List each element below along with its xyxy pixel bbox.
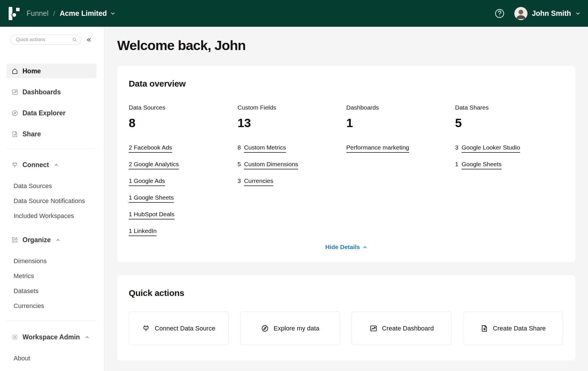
sidebar-divider bbox=[7, 320, 96, 321]
chevron-up-icon bbox=[85, 335, 89, 339]
overview-link-row: 2 Google Analytics bbox=[129, 160, 238, 169]
sidebar-item-included-workspaces[interactable]: Included Workspaces bbox=[0, 209, 104, 223]
quick-action-label: Connect Data Source bbox=[155, 325, 215, 332]
overview-link-list: 8Custom Metrics 5Custom Dimensions 3Curr… bbox=[238, 144, 346, 186]
quick-actions-title: Quick actions bbox=[129, 288, 564, 298]
overview-column-value: 5 bbox=[455, 116, 564, 130]
sidebar-item-label: Share bbox=[22, 130, 41, 138]
overview-column-data-shares: Data Shares 5 3Google Looker Studio 1Goo… bbox=[455, 104, 564, 244]
share-icon bbox=[11, 131, 18, 138]
sidebar-item-share[interactable]: Share bbox=[7, 127, 96, 141]
overview-columns: Data Sources 8 2 Facebook Ads 2 Google A… bbox=[129, 104, 564, 244]
sidebar-item-about[interactable]: About bbox=[0, 351, 104, 366]
overview-link-google-looker-studio[interactable]: 3Google Looker Studio bbox=[455, 144, 520, 153]
overview-column-label: Dashboards bbox=[346, 104, 455, 111]
user-menu[interactable]: John Smith bbox=[514, 7, 581, 20]
sidebar-item-currencies[interactable]: Currencies bbox=[0, 299, 104, 313]
sidebar-sublist: Data SourcesData Source NotificationsInc… bbox=[0, 179, 104, 223]
connect-data-source-button[interactable]: Connect Data Source bbox=[129, 311, 229, 345]
sidebar-item-data-sources[interactable]: Data Sources bbox=[0, 179, 104, 194]
sidebar: « Home Dashboards Data Explorer Share Co… bbox=[0, 27, 104, 371]
overview-link-row: 3Google Looker Studio bbox=[455, 144, 564, 153]
overview-link-text: Google Sheets bbox=[462, 160, 502, 169]
home-icon bbox=[11, 68, 18, 75]
overview-link-row: 1Google Sheets bbox=[455, 160, 564, 169]
sidebar-collapse-button[interactable]: « bbox=[86, 36, 91, 44]
overview-link-row: 5Custom Dimensions bbox=[238, 160, 346, 169]
sidebar-item-label: Organize bbox=[22, 236, 51, 244]
overview-link-text: 1 Google Sheets bbox=[129, 194, 174, 203]
quick-action-label: Create Data Share bbox=[493, 325, 546, 332]
sidebar-item-label: Home bbox=[22, 67, 41, 75]
quick-action-label: Create Dashboard bbox=[382, 325, 434, 332]
quick-actions-card: Quick actions Connect Data Source Explor… bbox=[117, 275, 575, 360]
app-shell: « Home Dashboards Data Explorer Share Co… bbox=[0, 27, 588, 371]
sidebar-item-users[interactable]: Users bbox=[0, 366, 104, 371]
sidebar-item-label: Connect bbox=[22, 161, 49, 169]
sidebar-item-dimensions[interactable]: Dimensions bbox=[0, 254, 104, 269]
dashboards-icon bbox=[11, 89, 18, 96]
gear-icon bbox=[11, 334, 18, 341]
sidebar-section-organize[interactable]: Organize bbox=[7, 233, 96, 247]
overview-link-currencies[interactable]: 3Currencies bbox=[238, 177, 273, 186]
workspace-switcher[interactable]: Acme Limited bbox=[60, 9, 115, 18]
overview-link-1-google-ads[interactable]: 1 Google Ads bbox=[129, 177, 165, 186]
chevron-down-icon bbox=[575, 11, 581, 16]
overview-link-custom-metrics[interactable]: 8Custom Metrics bbox=[238, 144, 286, 153]
overview-link-custom-dimensions[interactable]: 5Custom Dimensions bbox=[238, 160, 298, 169]
overview-link-text: Custom Metrics bbox=[244, 144, 286, 153]
breadcrumb: Funnel / Acme Limited bbox=[26, 9, 115, 18]
sidebar-nav: Home Dashboards Data Explorer Share Conn… bbox=[0, 64, 104, 371]
overview-link-row: 1 HubSpot Deals bbox=[129, 210, 238, 219]
sidebar-item-home[interactable]: Home bbox=[7, 64, 96, 78]
chevron-up-icon bbox=[56, 238, 60, 242]
overview-link-row: 1 Google Ads bbox=[129, 177, 238, 186]
search-input[interactable] bbox=[15, 37, 72, 43]
overview-link-2-facebook-ads[interactable]: 2 Facebook Ads bbox=[129, 144, 172, 153]
sidebar-section-workspace-admin[interactable]: Workspace Admin bbox=[7, 330, 96, 344]
overview-link-text: Currencies bbox=[244, 177, 273, 186]
overview-link-list: 2 Facebook Ads 2 Google Analytics 1 Goog… bbox=[129, 144, 238, 236]
overview-link-count: 8 bbox=[238, 144, 241, 151]
sidebar-item-data-source-notifications[interactable]: Data Source Notifications bbox=[0, 194, 104, 209]
sidebar-section-connect[interactable]: Connect bbox=[7, 158, 96, 172]
sidebar-item-label: Workspace Admin bbox=[22, 333, 80, 341]
overview-link-google-sheets[interactable]: 1Google Sheets bbox=[455, 160, 502, 169]
overview-link-row: 8Custom Metrics bbox=[238, 144, 346, 153]
sidebar-divider bbox=[7, 148, 96, 148]
chart-icon bbox=[369, 324, 378, 332]
sidebar-item-label: Data Explorer bbox=[22, 109, 66, 117]
overview-link-1-hubspot-deals[interactable]: 1 HubSpot Deals bbox=[129, 210, 174, 219]
breadcrumb-separator: / bbox=[53, 9, 55, 18]
overview-link-1-linkedin[interactable]: 1 LinkedIn bbox=[129, 227, 157, 236]
overview-link-1-google-sheets[interactable]: 1 Google Sheets bbox=[129, 194, 174, 203]
overview-link-text: Performance marketing bbox=[346, 144, 409, 153]
overview-link-text: 1 Google Ads bbox=[129, 177, 165, 186]
sidebar-item-metrics[interactable]: Metrics bbox=[0, 269, 104, 284]
create-data-share-button[interactable]: Create Data Share bbox=[463, 311, 563, 345]
sidebar-search-row: « bbox=[0, 35, 104, 45]
create-dashboard-button[interactable]: Create Dashboard bbox=[352, 311, 452, 345]
overview-column-data-sources: Data Sources 8 2 Facebook Ads 2 Google A… bbox=[129, 104, 238, 244]
sidebar-item-datasets[interactable]: Datasets bbox=[0, 284, 104, 299]
sidebar-item-dashboards[interactable]: Dashboards bbox=[7, 85, 96, 99]
breadcrumb-product: Funnel bbox=[26, 9, 48, 18]
sidebar-item-label: Dashboards bbox=[22, 88, 61, 96]
sidebar-sublist: DimensionsMetricsDatasetsCurrencies bbox=[0, 254, 104, 313]
sidebar-item-data-explorer[interactable]: Data Explorer bbox=[7, 106, 96, 120]
overview-column-label: Custom Fields bbox=[238, 104, 346, 111]
quick-actions-row: Connect Data Source Explore my data Crea… bbox=[129, 311, 564, 345]
overview-link-row: 1 LinkedIn bbox=[129, 227, 238, 236]
overview-link-row: 1 Google Sheets bbox=[129, 194, 238, 203]
topbar: Funnel / Acme Limited John Smith bbox=[0, 0, 588, 27]
hide-details-button[interactable]: Hide Details bbox=[325, 244, 367, 250]
overview-link-performance-marketing[interactable]: Performance marketing bbox=[346, 144, 409, 153]
funnel-logo[interactable] bbox=[9, 7, 20, 20]
overview-link-text: 1 HubSpot Deals bbox=[129, 210, 174, 219]
overview-link-2-google-analytics[interactable]: 2 Google Analytics bbox=[129, 160, 179, 169]
help-button[interactable] bbox=[494, 8, 505, 19]
explore-my-data-button[interactable]: Explore my data bbox=[240, 311, 340, 345]
overview-column-dashboards: Dashboards 1 Performance marketing bbox=[346, 104, 455, 244]
doc-arrow-icon bbox=[480, 324, 488, 332]
search-icon bbox=[72, 37, 77, 42]
